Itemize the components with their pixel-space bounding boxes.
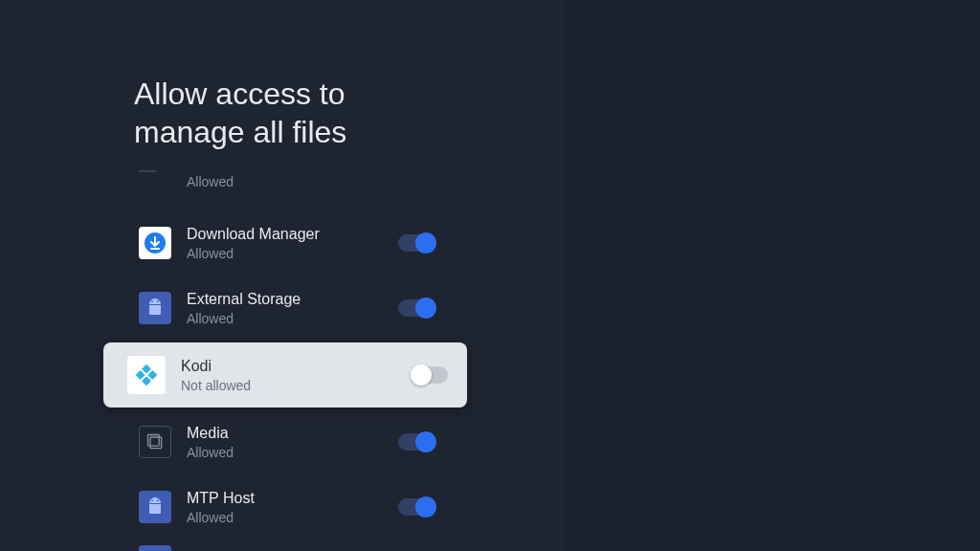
toggle-mtp-host[interactable] xyxy=(398,498,433,516)
svg-rect-9 xyxy=(148,435,160,447)
app-row-external-storage[interactable]: External Storage Allowed xyxy=(0,277,565,339)
title-line-1: Allow access to xyxy=(134,77,345,111)
app-status: Allowed xyxy=(187,445,398,460)
app-row-shell[interactable]: Shell xyxy=(0,541,565,551)
app-text: Kodi Not allowed xyxy=(181,357,413,394)
app-row-media[interactable]: Media Allowed xyxy=(0,411,565,473)
toggle-external-storage[interactable] xyxy=(398,299,433,317)
app-row-download-manager[interactable]: Download Manager Allowed xyxy=(0,212,565,274)
divider-icon xyxy=(139,170,156,172)
app-text: Download Manager Allowed xyxy=(187,225,398,262)
page-title: Allow access to manage all files xyxy=(0,0,431,151)
svg-point-2 xyxy=(151,300,153,302)
app-row-kodi[interactable]: Kodi Not allowed xyxy=(103,342,467,408)
app-row-mtp-host[interactable]: MTP Host Allowed xyxy=(0,476,565,538)
svg-point-11 xyxy=(157,499,159,501)
shell-icon xyxy=(139,545,171,551)
app-label: MTP Host xyxy=(187,489,398,509)
app-label: Kodi xyxy=(181,357,413,377)
android-icon xyxy=(139,491,171,523)
android-icon xyxy=(139,292,171,324)
toggle-kodi[interactable] xyxy=(413,366,448,384)
svg-rect-6 xyxy=(136,370,145,380)
partial-row-top: Allowed xyxy=(0,168,565,195)
svg-rect-5 xyxy=(147,370,157,380)
app-status: Allowed xyxy=(187,510,398,525)
toggle-media[interactable] xyxy=(398,433,433,451)
settings-panel: Allow access to manage all files Allowed… xyxy=(0,0,565,551)
svg-point-10 xyxy=(151,499,153,501)
svg-rect-7 xyxy=(142,376,151,386)
app-list: Allowed Download Manager Allowed Externa… xyxy=(0,168,565,551)
app-label: Download Manager xyxy=(187,225,398,245)
app-label: External Storage xyxy=(187,290,398,310)
download-icon xyxy=(139,227,171,259)
app-text: MTP Host Allowed xyxy=(187,489,398,526)
media-icon xyxy=(139,426,171,458)
app-text: Media Allowed xyxy=(187,424,398,461)
app-label: Media xyxy=(187,424,398,444)
app-status: Allowed xyxy=(187,246,398,261)
app-text: External Storage Allowed xyxy=(187,290,398,327)
kodi-icon xyxy=(127,356,166,394)
right-pane xyxy=(565,0,980,551)
app-status: Allowed xyxy=(187,311,398,326)
svg-rect-8 xyxy=(150,437,162,449)
toggle-download-manager[interactable] xyxy=(398,234,433,252)
svg-rect-4 xyxy=(142,364,151,374)
partial-status: Allowed xyxy=(187,174,234,189)
app-status: Not allowed xyxy=(181,378,413,393)
svg-point-3 xyxy=(157,300,159,302)
title-line-2: manage all files xyxy=(134,115,346,149)
